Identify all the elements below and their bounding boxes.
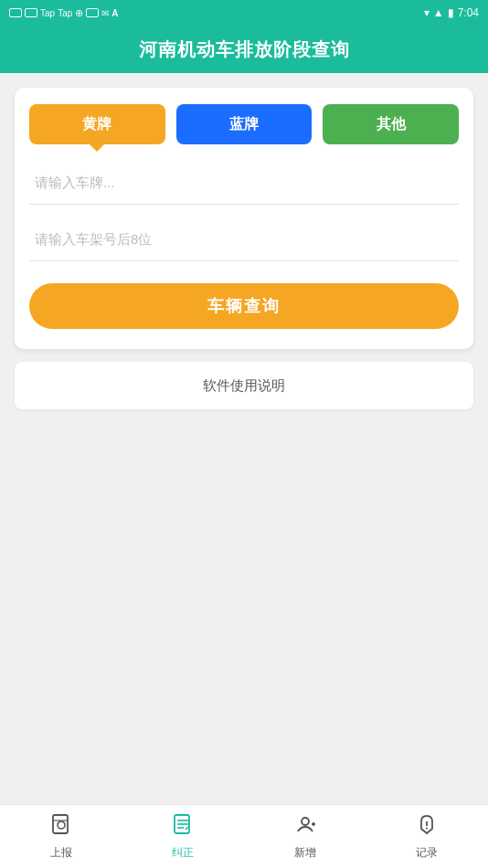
bottom-nav: 上报 纠正 新增 [0, 804, 488, 868]
status-bar: Tap Tap ⊕ ✉ A ▾ ▲ ▮ 7:04 [0, 0, 488, 26]
svg-point-12 [426, 827, 428, 829]
correct-icon [171, 813, 195, 842]
query-card: 黄牌 蓝牌 其他 车辆查询 [15, 88, 473, 349]
record-icon [415, 813, 439, 842]
signal-icon: ▲ [433, 6, 444, 19]
nav-label-record: 记录 [416, 845, 438, 861]
status-right: ▾ ▲ ▮ 7:04 [424, 6, 479, 19]
add-icon [293, 813, 317, 842]
tab-row: 黄牌 蓝牌 其他 [29, 104, 459, 144]
svg-point-1 [58, 821, 65, 829]
tab-other[interactable]: 其他 [323, 104, 459, 144]
svg-point-8 [302, 818, 309, 825]
nav-item-record[interactable]: 记录 [366, 805, 489, 868]
plate-input[interactable] [29, 161, 459, 205]
info-card[interactable]: 软件使用说明 [15, 362, 473, 409]
info-card-label: 软件使用说明 [203, 377, 285, 395]
status-left: Tap Tap ⊕ ✉ A [9, 7, 118, 19]
nav-item-correct[interactable]: 纠正 [122, 805, 245, 868]
time-display: 7:04 [458, 6, 479, 19]
vin-input[interactable] [29, 217, 459, 261]
app-title: 河南机动车排放阶段查询 [139, 37, 350, 62]
nav-item-report[interactable]: 上报 [0, 805, 122, 868]
search-button[interactable]: 车辆查询 [29, 283, 459, 329]
status-icons-left: Tap Tap ⊕ ✉ A [9, 7, 118, 19]
battery-icon: ▮ [448, 6, 454, 19]
wifi-icon: ▾ [424, 6, 430, 19]
nav-label-report: 上报 [50, 845, 72, 861]
tab-blue[interactable]: 蓝牌 [176, 104, 313, 144]
app-header: 河南机动车排放阶段查询 [0, 26, 488, 73]
svg-line-7 [186, 827, 188, 830]
main-content: 黄牌 蓝牌 其他 车辆查询 软件使用说明 [0, 73, 488, 804]
nav-label-add: 新增 [294, 845, 316, 861]
nav-item-add[interactable]: 新增 [244, 805, 366, 868]
nav-label-correct: 纠正 [172, 845, 194, 861]
tab-yellow[interactable]: 黄牌 [29, 104, 165, 144]
report-icon [49, 813, 73, 842]
